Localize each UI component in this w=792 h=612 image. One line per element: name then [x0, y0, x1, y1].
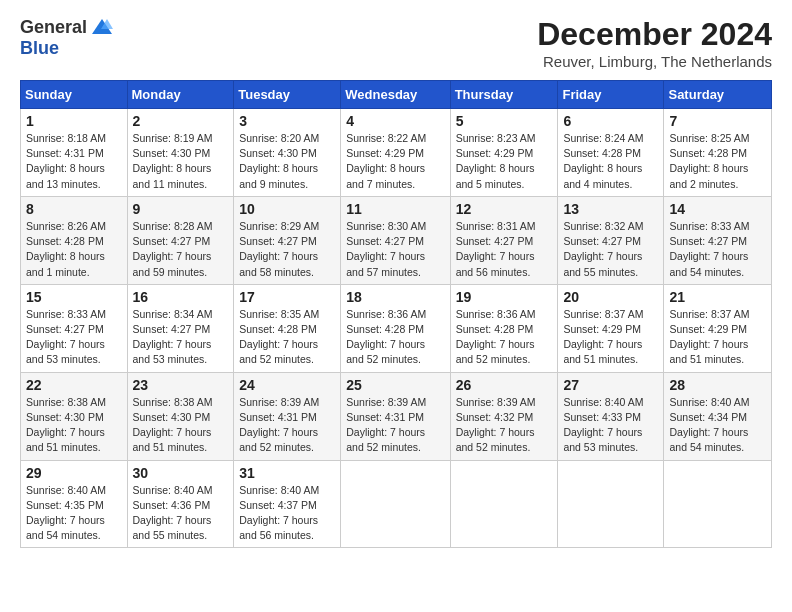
day-info: Sunrise: 8:26 AM Sunset: 4:28 PM Dayligh… — [26, 219, 122, 280]
daylight-label: Daylight: 7 hours and 53 minutes. — [26, 338, 105, 365]
day-info: Sunrise: 8:40 AM Sunset: 4:37 PM Dayligh… — [239, 483, 335, 544]
calendar-cell — [341, 460, 450, 548]
calendar-cell: 15 Sunrise: 8:33 AM Sunset: 4:27 PM Dayl… — [21, 284, 128, 372]
sunset-label: Sunset: 4:27 PM — [133, 235, 211, 247]
day-info: Sunrise: 8:37 AM Sunset: 4:29 PM Dayligh… — [669, 307, 766, 368]
weekday-header: Tuesday — [234, 81, 341, 109]
day-number: 18 — [346, 289, 444, 305]
sunrise-label: Sunrise: 8:36 AM — [346, 308, 426, 320]
daylight-label: Daylight: 7 hours and 51 minutes. — [669, 338, 748, 365]
sunrise-label: Sunrise: 8:25 AM — [669, 132, 749, 144]
daylight-label: Daylight: 7 hours and 52 minutes. — [456, 338, 535, 365]
daylight-label: Daylight: 7 hours and 53 minutes. — [133, 338, 212, 365]
weekday-header: Thursday — [450, 81, 558, 109]
page-header: General Blue December 2024 Reuver, Limbu… — [20, 16, 772, 70]
sunset-label: Sunset: 4:28 PM — [239, 323, 317, 335]
daylight-label: Daylight: 8 hours and 5 minutes. — [456, 162, 535, 189]
calendar-week-row: 15 Sunrise: 8:33 AM Sunset: 4:27 PM Dayl… — [21, 284, 772, 372]
daylight-label: Daylight: 7 hours and 54 minutes. — [26, 514, 105, 541]
sunset-label: Sunset: 4:28 PM — [456, 323, 534, 335]
weekday-header: Wednesday — [341, 81, 450, 109]
calendar-week-row: 29 Sunrise: 8:40 AM Sunset: 4:35 PM Dayl… — [21, 460, 772, 548]
daylight-label: Daylight: 7 hours and 54 minutes. — [669, 426, 748, 453]
sunset-label: Sunset: 4:29 PM — [669, 323, 747, 335]
sunset-label: Sunset: 4:29 PM — [456, 147, 534, 159]
calendar-cell: 6 Sunrise: 8:24 AM Sunset: 4:28 PM Dayli… — [558, 109, 664, 197]
sunrise-label: Sunrise: 8:33 AM — [26, 308, 106, 320]
sunrise-label: Sunrise: 8:34 AM — [133, 308, 213, 320]
day-info: Sunrise: 8:37 AM Sunset: 4:29 PM Dayligh… — [563, 307, 658, 368]
calendar-cell — [664, 460, 772, 548]
day-info: Sunrise: 8:36 AM Sunset: 4:28 PM Dayligh… — [456, 307, 553, 368]
day-number: 22 — [26, 377, 122, 393]
sunset-label: Sunset: 4:31 PM — [346, 411, 424, 423]
weekday-header: Monday — [127, 81, 234, 109]
daylight-label: Daylight: 7 hours and 53 minutes. — [563, 426, 642, 453]
daylight-label: Daylight: 8 hours and 13 minutes. — [26, 162, 105, 189]
sunset-label: Sunset: 4:28 PM — [346, 323, 424, 335]
logo-blue: Blue — [20, 38, 59, 59]
daylight-label: Daylight: 7 hours and 52 minutes. — [239, 426, 318, 453]
title-block: December 2024 Reuver, Limburg, The Nethe… — [537, 16, 772, 70]
day-number: 28 — [669, 377, 766, 393]
daylight-label: Daylight: 7 hours and 52 minutes. — [346, 426, 425, 453]
daylight-label: Daylight: 7 hours and 52 minutes. — [239, 338, 318, 365]
day-number: 9 — [133, 201, 229, 217]
daylight-label: Daylight: 8 hours and 2 minutes. — [669, 162, 748, 189]
sunrise-label: Sunrise: 8:35 AM — [239, 308, 319, 320]
calendar-cell — [558, 460, 664, 548]
day-info: Sunrise: 8:18 AM Sunset: 4:31 PM Dayligh… — [26, 131, 122, 192]
day-number: 4 — [346, 113, 444, 129]
calendar-cell: 3 Sunrise: 8:20 AM Sunset: 4:30 PM Dayli… — [234, 109, 341, 197]
calendar-cell: 28 Sunrise: 8:40 AM Sunset: 4:34 PM Dayl… — [664, 372, 772, 460]
sunrise-label: Sunrise: 8:20 AM — [239, 132, 319, 144]
sunset-label: Sunset: 4:27 PM — [456, 235, 534, 247]
sunrise-label: Sunrise: 8:31 AM — [456, 220, 536, 232]
sunrise-label: Sunrise: 8:23 AM — [456, 132, 536, 144]
logo-general: General — [20, 17, 87, 38]
calendar-cell: 10 Sunrise: 8:29 AM Sunset: 4:27 PM Dayl… — [234, 196, 341, 284]
day-info: Sunrise: 8:33 AM Sunset: 4:27 PM Dayligh… — [26, 307, 122, 368]
day-number: 29 — [26, 465, 122, 481]
daylight-label: Daylight: 7 hours and 52 minutes. — [346, 338, 425, 365]
sunrise-label: Sunrise: 8:37 AM — [669, 308, 749, 320]
calendar-week-row: 1 Sunrise: 8:18 AM Sunset: 4:31 PM Dayli… — [21, 109, 772, 197]
calendar-cell: 2 Sunrise: 8:19 AM Sunset: 4:30 PM Dayli… — [127, 109, 234, 197]
calendar-header-row: SundayMondayTuesdayWednesdayThursdayFrid… — [21, 81, 772, 109]
daylight-label: Daylight: 8 hours and 9 minutes. — [239, 162, 318, 189]
logo: General Blue — [20, 16, 113, 59]
day-info: Sunrise: 8:38 AM Sunset: 4:30 PM Dayligh… — [133, 395, 229, 456]
weekday-header: Friday — [558, 81, 664, 109]
day-info: Sunrise: 8:39 AM Sunset: 4:32 PM Dayligh… — [456, 395, 553, 456]
sunrise-label: Sunrise: 8:40 AM — [133, 484, 213, 496]
sunset-label: Sunset: 4:30 PM — [239, 147, 317, 159]
day-info: Sunrise: 8:22 AM Sunset: 4:29 PM Dayligh… — [346, 131, 444, 192]
day-number: 7 — [669, 113, 766, 129]
sunset-label: Sunset: 4:27 PM — [133, 323, 211, 335]
sunset-label: Sunset: 4:30 PM — [133, 411, 211, 423]
daylight-label: Daylight: 7 hours and 51 minutes. — [563, 338, 642, 365]
sunrise-label: Sunrise: 8:29 AM — [239, 220, 319, 232]
sunrise-label: Sunrise: 8:39 AM — [346, 396, 426, 408]
day-info: Sunrise: 8:39 AM Sunset: 4:31 PM Dayligh… — [346, 395, 444, 456]
day-number: 8 — [26, 201, 122, 217]
calendar-cell: 13 Sunrise: 8:32 AM Sunset: 4:27 PM Dayl… — [558, 196, 664, 284]
sunset-label: Sunset: 4:34 PM — [669, 411, 747, 423]
day-info: Sunrise: 8:35 AM Sunset: 4:28 PM Dayligh… — [239, 307, 335, 368]
sunrise-label: Sunrise: 8:39 AM — [239, 396, 319, 408]
calendar-cell: 20 Sunrise: 8:37 AM Sunset: 4:29 PM Dayl… — [558, 284, 664, 372]
day-number: 2 — [133, 113, 229, 129]
day-info: Sunrise: 8:36 AM Sunset: 4:28 PM Dayligh… — [346, 307, 444, 368]
day-info: Sunrise: 8:39 AM Sunset: 4:31 PM Dayligh… — [239, 395, 335, 456]
calendar-cell: 29 Sunrise: 8:40 AM Sunset: 4:35 PM Dayl… — [21, 460, 128, 548]
daylight-label: Daylight: 7 hours and 57 minutes. — [346, 250, 425, 277]
logo-icon — [91, 16, 113, 38]
sunrise-label: Sunrise: 8:38 AM — [133, 396, 213, 408]
day-number: 1 — [26, 113, 122, 129]
sunset-label: Sunset: 4:32 PM — [456, 411, 534, 423]
day-info: Sunrise: 8:28 AM Sunset: 4:27 PM Dayligh… — [133, 219, 229, 280]
sunrise-label: Sunrise: 8:40 AM — [669, 396, 749, 408]
day-number: 12 — [456, 201, 553, 217]
sunset-label: Sunset: 4:33 PM — [563, 411, 641, 423]
sunset-label: Sunset: 4:27 PM — [239, 235, 317, 247]
